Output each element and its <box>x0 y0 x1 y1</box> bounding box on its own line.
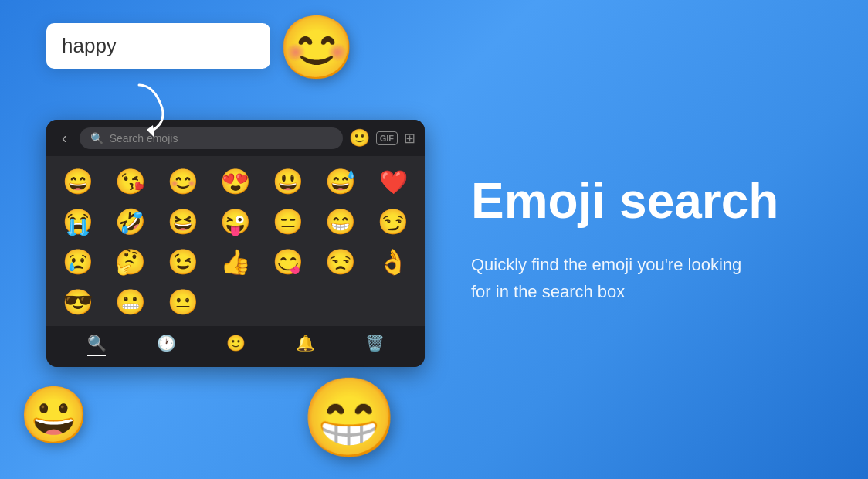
emoji-cell[interactable]: 😍 <box>210 162 261 201</box>
page-subtitle: Quickly find the emoji you're looking fo… <box>471 251 765 305</box>
emoji-cell[interactable]: 😁 <box>315 202 366 241</box>
smiley-tab-icon[interactable]: 🙂 <box>349 128 370 148</box>
search-icon: 🔍 <box>90 132 103 144</box>
bottom-alert-icon[interactable]: 🔔 <box>296 334 315 356</box>
emoji-small-left: 😀 <box>19 382 89 448</box>
emoji-cell[interactable]: 😃 <box>263 162 314 201</box>
curved-arrow-icon <box>124 77 185 139</box>
emoji-cell[interactable]: 😆 <box>158 202 209 241</box>
keyboard-panel: ‹ 🔍 Search emojis 🙂 GIF ⊞ 😄 😘 😊 😍 😃 😅 ❤️… <box>46 120 425 367</box>
emoji-happy-bottom: 😁 <box>301 372 398 464</box>
emoji-cell[interactable]: 😋 <box>263 243 314 281</box>
emoji-cell[interactable]: 🤣 <box>105 202 156 241</box>
bottom-search-icon[interactable]: 🔍 <box>87 334 107 356</box>
emoji-happy-top: 😊 <box>278 12 355 84</box>
right-panel: Emoji search Quickly find the emoji you'… <box>448 0 868 479</box>
emoji-cell[interactable]: 😎 <box>53 283 103 321</box>
bottom-recent-icon[interactable]: 🕐 <box>157 334 176 356</box>
emoji-cell[interactable]: 😊 <box>158 162 209 201</box>
emoji-cell[interactable]: 😒 <box>315 243 366 281</box>
search-float-box: happy <box>46 23 270 69</box>
svg-marker-0 <box>147 125 154 138</box>
emoji-cell[interactable]: 👌 <box>368 243 419 281</box>
bottom-trash-icon[interactable]: 🗑️ <box>365 334 385 356</box>
emoji-cell[interactable]: 😬 <box>105 283 156 321</box>
emoji-cell[interactable]: 😭 <box>53 202 103 241</box>
emoji-heart[interactable]: ❤️ <box>368 162 419 201</box>
emoji-cell[interactable]: 👍 <box>210 243 261 281</box>
emoji-search-bar[interactable]: 🔍 Search emojis <box>80 127 343 149</box>
emoji-cell[interactable]: 😜 <box>210 202 261 241</box>
emoji-cell[interactable]: 😏 <box>368 202 419 241</box>
emoji-cell[interactable]: 😄 <box>53 162 103 201</box>
back-button[interactable]: ‹ <box>56 126 73 150</box>
search-float-text: happy <box>62 34 117 57</box>
gif-tab-icon[interactable]: GIF <box>376 131 398 145</box>
left-panel: happy 😊 ‹ 🔍 Search emojis 🙂 GIF ⊞ <box>0 0 448 479</box>
emoji-cell[interactable]: 😐 <box>158 283 209 321</box>
bottom-emoji-icon[interactable]: 🙂 <box>226 334 246 356</box>
emoji-cell[interactable]: 🤔 <box>105 243 156 281</box>
emoji-cell[interactable]: 😢 <box>53 243 103 281</box>
emoji-cell[interactable]: 😅 <box>315 162 366 201</box>
emoji-cell[interactable]: 😉 <box>158 243 209 281</box>
emoji-grid: 😄 😘 😊 😍 😃 😅 ❤️ 😭 🤣 😆 😜 😑 😁 😏 😢 🤔 😉 👍 😋 😒… <box>46 156 425 321</box>
keyboard-bottom-nav: 🔍 🕐 🙂 🔔 🗑️ <box>46 326 425 367</box>
page-title: Emoji search <box>471 174 822 228</box>
keyboard-header: ‹ 🔍 Search emojis 🙂 GIF ⊞ <box>46 120 425 156</box>
emoji-cell[interactable]: 😘 <box>105 162 156 201</box>
grid-tab-icon[interactable]: ⊞ <box>404 130 415 147</box>
emoji-cell[interactable]: 😑 <box>263 202 314 241</box>
